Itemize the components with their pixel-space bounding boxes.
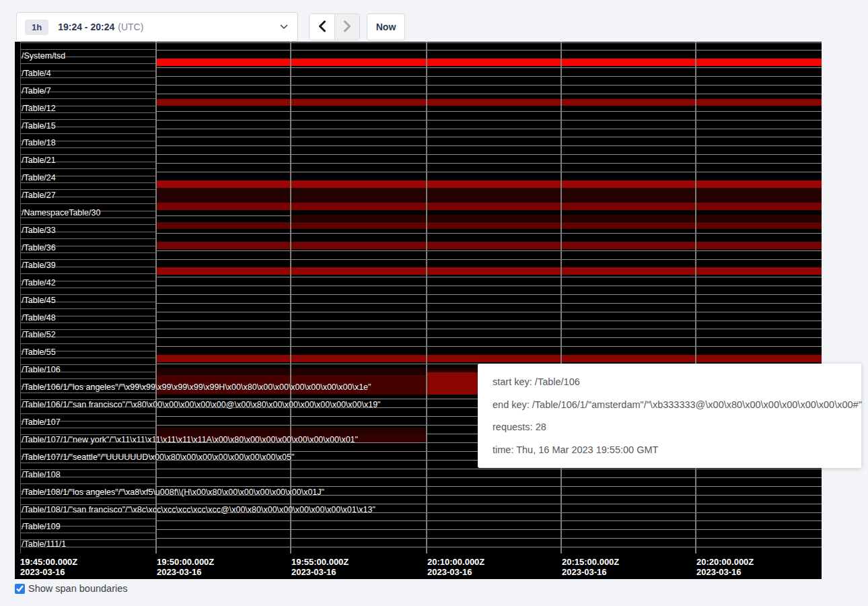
heat-band[interactable] bbox=[155, 242, 822, 249]
span-boundary-line bbox=[20, 42, 155, 43]
range-key-label: /Table/24 bbox=[22, 174, 56, 182]
grid-column-line bbox=[155, 42, 157, 553]
span-boundary-line bbox=[20, 119, 155, 120]
tooltip-end-key: end key: /Table/106/1/"amsterdam"/"\xb33… bbox=[493, 399, 862, 410]
chevron-left-icon bbox=[318, 20, 327, 34]
span-boundary-line bbox=[155, 294, 822, 295]
span-boundary-line bbox=[155, 529, 822, 530]
span-boundary-line bbox=[155, 145, 822, 146]
span-boundary-line bbox=[20, 147, 155, 148]
span-boundary-line bbox=[20, 182, 155, 183]
span-boundary-line bbox=[155, 312, 822, 312]
span-boundary-line bbox=[155, 154, 822, 155]
span-boundary-line bbox=[155, 172, 822, 172]
grid-column-line bbox=[290, 42, 291, 553]
span-boundary-line bbox=[155, 277, 822, 277]
next-range-button[interactable] bbox=[334, 14, 359, 40]
range-text: 19:24 - 20:24 bbox=[58, 22, 114, 32]
span-boundary-line bbox=[20, 498, 155, 498]
range-key-label: /Table/106 bbox=[22, 366, 61, 374]
heat-band[interactable] bbox=[155, 188, 822, 203]
span-boundary-line bbox=[20, 413, 155, 414]
range-key-label: /Table/106/1/"los angeles"/"\x99\x99\x99… bbox=[22, 383, 371, 392]
span-boundary-line bbox=[155, 469, 822, 469]
time-axis-tick: 19:45:00.000Z2023-03-16 bbox=[20, 557, 77, 577]
span-boundary-line bbox=[155, 111, 822, 112]
range-key-label: /Table/33 bbox=[22, 226, 56, 235]
range-key-label: /Table/52 bbox=[22, 331, 56, 339]
heat-band[interactable] bbox=[155, 99, 822, 106]
span-boundary-line bbox=[20, 252, 155, 253]
span-boundary-line bbox=[155, 250, 822, 251]
heat-band[interactable] bbox=[290, 215, 822, 222]
prev-range-button[interactable] bbox=[310, 14, 334, 40]
span-boundary-line bbox=[155, 538, 822, 539]
heat-band[interactable] bbox=[155, 59, 822, 66]
grid-column-line bbox=[426, 42, 427, 553]
span-boundary-line bbox=[20, 288, 155, 288]
span-boundary-line bbox=[155, 321, 822, 321]
range-key-label: /Table/18 bbox=[22, 139, 56, 147]
heat-band[interactable] bbox=[155, 222, 822, 229]
span-boundary-line bbox=[20, 133, 155, 134]
span-boundary-line bbox=[155, 329, 822, 329]
show-span-boundaries-checkbox[interactable] bbox=[15, 584, 25, 594]
span-boundary-line bbox=[20, 217, 155, 218]
range-key-label: /Table/36 bbox=[22, 244, 56, 252]
heat-band[interactable] bbox=[155, 267, 822, 275]
range-key-label: /Table/108/1/"los angeles"/"\xa8\xf5\u00… bbox=[22, 488, 324, 497]
show-span-boundaries[interactable]: Show span boundaries bbox=[15, 583, 128, 594]
range-preset-badge: 1h bbox=[25, 20, 48, 35]
span-boundary-line bbox=[20, 393, 155, 393]
range-key-label: /Table/45 bbox=[22, 296, 56, 305]
range-key-label: /Table/48 bbox=[22, 314, 56, 323]
span-boundary-line bbox=[20, 84, 155, 85]
span-boundary-line bbox=[20, 483, 155, 484]
span-boundary-line bbox=[155, 163, 822, 164]
key-visualizer-heatmap[interactable]: /System/tsd/Table/4/Table/7/Table/12/Tab… bbox=[15, 42, 822, 579]
span-boundary-line bbox=[155, 50, 822, 50]
range-key-label: /Table/107/1/"new york"/"\x11\x11\x11\x1… bbox=[22, 436, 358, 444]
range-key-label: /Table/7 bbox=[22, 87, 51, 96]
span-boundary-line bbox=[20, 323, 155, 323]
time-axis-tick: 20:20:00.000Z2023-03-16 bbox=[696, 557, 754, 577]
time-axis-tick: 20:15:00.000Z2023-03-16 bbox=[562, 557, 619, 577]
range-key-label: /Table/106/1/"san francisco"/"\x80\x00\x… bbox=[22, 401, 381, 409]
range-key-label: /Table/108/1/"san francisco"/"\x8c\xcc\x… bbox=[22, 506, 375, 514]
time-range-selector[interactable]: 1h 19:24 - 20:24 (UTC) bbox=[16, 12, 298, 42]
span-boundary-line bbox=[155, 76, 822, 77]
span-boundary-line bbox=[155, 233, 822, 234]
range-key-label: /Table/107 bbox=[22, 418, 61, 427]
span-boundary-line bbox=[155, 303, 822, 304]
time-axis-tick: 19:55:00.000Z2023-03-16 bbox=[291, 557, 349, 577]
heat-band[interactable] bbox=[155, 203, 822, 210]
span-boundary-line bbox=[155, 137, 822, 137]
time-axis-tick: 20:10:00.000Z2023-03-16 bbox=[427, 557, 484, 577]
range-key-label: /Table/109 bbox=[22, 523, 61, 531]
span-boundary-line bbox=[20, 168, 155, 169]
heat-band[interactable] bbox=[155, 355, 822, 362]
span-boundary-line bbox=[20, 343, 155, 344]
range-key-label: /Table/108 bbox=[22, 471, 61, 479]
range-nav-buttons bbox=[309, 13, 360, 40]
range-key-label: /Table/107/1/"seattle"/"UUUUUUD\x00\x80\… bbox=[22, 453, 294, 462]
show-span-boundaries-label: Show span boundaries bbox=[28, 583, 128, 594]
chevron-down-icon bbox=[280, 24, 288, 30]
span-boundary-line bbox=[20, 49, 155, 50]
span-boundary-line bbox=[20, 238, 155, 239]
range-key-label: /Table/21 bbox=[22, 156, 56, 165]
span-boundary-line bbox=[20, 203, 155, 204]
heat-band[interactable] bbox=[155, 180, 822, 188]
range-key-label: /NamespaceTable/30 bbox=[22, 209, 100, 217]
hover-tooltip: start key: /Table/106 end key: /Table/10… bbox=[478, 364, 861, 468]
range-timezone: (UTC) bbox=[118, 22, 143, 32]
grid-column-line bbox=[560, 42, 562, 553]
span-boundary-line bbox=[155, 42, 822, 43]
span-boundary-line bbox=[155, 547, 822, 547]
span-boundary-line bbox=[155, 120, 822, 121]
range-key-label: /Table/42 bbox=[22, 279, 56, 288]
span-boundary-line bbox=[155, 94, 822, 94]
now-button[interactable]: Now bbox=[367, 13, 405, 40]
range-key-label: /Table/15 bbox=[22, 122, 56, 131]
range-key-label: /Table/4 bbox=[22, 69, 51, 78]
